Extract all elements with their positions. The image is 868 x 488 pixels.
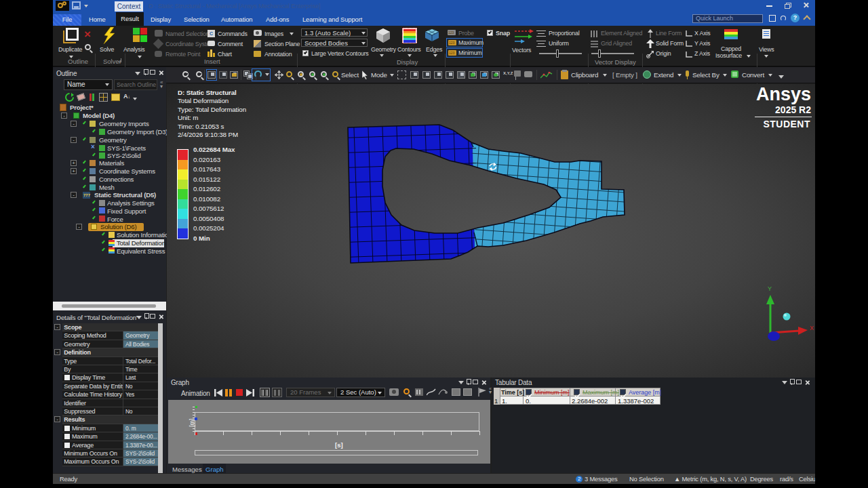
svg-text:X: X [810,325,814,331]
svg-text:Y: Y [768,285,772,292]
